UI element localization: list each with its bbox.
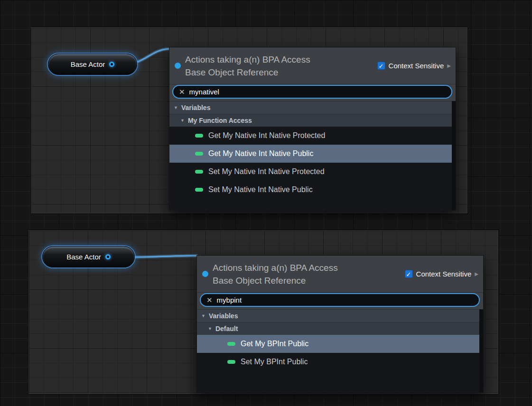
list-item-label: Get My Native Int Native Public <box>208 149 313 158</box>
category-default[interactable]: ▼ Default <box>197 322 479 335</box>
list-item-selected[interactable]: Get My Native Int Native Public <box>169 145 452 163</box>
action-context-menu: Actions taking a(n) BPA Access Base Obje… <box>169 47 456 211</box>
bottom-graph-panel: Base Actor Actions taking a(n) BPA Acces… <box>28 230 498 394</box>
menu-header: Actions taking a(n) BPA Access Base Obje… <box>169 47 456 84</box>
menu-title-line1: Actions taking a(n) BPA Access <box>185 53 373 66</box>
variable-pill-icon <box>195 152 203 156</box>
top-graph-panel: Base Actor Actions taking a(n) BPA Acces… <box>31 27 467 213</box>
triangle-down-icon[interactable]: ▼ <box>180 118 185 123</box>
list-item[interactable]: Get My Native Int Native Protected <box>169 127 452 145</box>
category-my-function-access[interactable]: ▼ My Function Access <box>169 114 452 127</box>
checkbox-checked-icon[interactable]: ✓ <box>377 62 385 70</box>
variable-pill-icon <box>227 360 235 364</box>
category-label: My Function Access <box>188 117 252 124</box>
list-item-label: Set My Native Int Native Protected <box>208 167 325 176</box>
variable-pill-icon <box>195 170 203 174</box>
menu-title-line2: Base Object Reference <box>213 274 401 287</box>
menu-header: Actions taking a(n) BPA Access Base Obje… <box>197 256 483 293</box>
menu-title-line1: Actions taking a(n) BPA Access <box>213 261 401 274</box>
base-actor-node-label: Base Actor <box>71 60 105 68</box>
base-actor-node[interactable]: Base Actor <box>48 54 137 75</box>
list-item-label: Set My BPInt Public <box>241 358 308 366</box>
variable-pill-icon <box>195 134 203 138</box>
category-label: Default <box>215 325 238 332</box>
action-list: ▼ Variables ▼ My Function Access Get My … <box>169 101 456 210</box>
search-input[interactable] <box>189 88 446 96</box>
category-label: Variables <box>181 104 211 111</box>
list-item-label: Get My Native Int Native Protected <box>208 131 325 140</box>
menu-title: Actions taking a(n) BPA Access Base Obje… <box>185 53 373 79</box>
list-item-selected[interactable]: Get My BPInt Public <box>197 335 479 353</box>
search-input[interactable] <box>217 296 473 304</box>
context-sensitive-toggle[interactable]: ✓ Context Sensitive ▶ <box>377 62 451 70</box>
chevron-right-icon[interactable]: ▶ <box>475 271 478 277</box>
context-sensitive-toggle[interactable]: ✓ Context Sensitive ▶ <box>405 270 478 278</box>
list-empty-space <box>169 199 452 210</box>
menu-title-line2: Base Object Reference <box>185 66 373 79</box>
clear-search-icon[interactable]: ✕ <box>179 88 185 96</box>
category-variables[interactable]: ▼ Variables <box>197 309 479 322</box>
blueprint-graph-canvas[interactable]: Base Actor Actions taking a(n) BPA Acces… <box>0 0 532 406</box>
base-actor-node[interactable]: Base Actor <box>42 246 135 268</box>
context-sensitive-label: Context Sensitive <box>416 270 472 278</box>
triangle-down-icon[interactable]: ▼ <box>208 326 212 331</box>
pin-type-bullet-icon <box>202 271 208 277</box>
list-item[interactable]: Set My Native Int Native Protected <box>169 163 452 181</box>
list-item[interactable]: Set My BPInt Public <box>197 353 479 371</box>
list-item[interactable]: Set My Native Int Native Public <box>169 181 452 199</box>
list-empty-space <box>197 371 479 392</box>
checkbox-checked-icon[interactable]: ✓ <box>405 270 413 278</box>
variable-pill-icon <box>195 188 203 192</box>
clear-search-icon[interactable]: ✕ <box>206 296 213 304</box>
base-actor-node-label: Base Actor <box>66 253 101 261</box>
search-row: ✕ <box>169 84 456 101</box>
list-item-label: Get My BPInt Public <box>241 340 308 348</box>
action-context-menu: Actions taking a(n) BPA Access Base Obje… <box>196 255 484 393</box>
pin-type-bullet-icon <box>175 63 181 69</box>
action-list: ▼ Variables ▼ Default Get My BPInt Publi… <box>197 309 483 392</box>
category-variables[interactable]: ▼ Variables <box>169 101 452 114</box>
triangle-down-icon[interactable]: ▼ <box>174 105 178 110</box>
chevron-right-icon[interactable]: ▶ <box>447 63 451 68</box>
list-item-label: Set My Native Int Native Public <box>208 185 313 194</box>
variable-pill-icon <box>227 342 235 346</box>
triangle-down-icon[interactable]: ▼ <box>201 314 205 318</box>
context-sensitive-label: Context Sensitive <box>389 62 444 70</box>
search-row: ✕ <box>197 293 483 309</box>
object-output-pin[interactable] <box>109 62 114 67</box>
menu-title: Actions taking a(n) BPA Access Base Obje… <box>213 261 401 287</box>
search-box[interactable]: ✕ <box>200 293 480 307</box>
object-output-pin[interactable] <box>105 254 111 259</box>
category-label: Variables <box>209 312 238 320</box>
search-box[interactable]: ✕ <box>172 85 452 99</box>
